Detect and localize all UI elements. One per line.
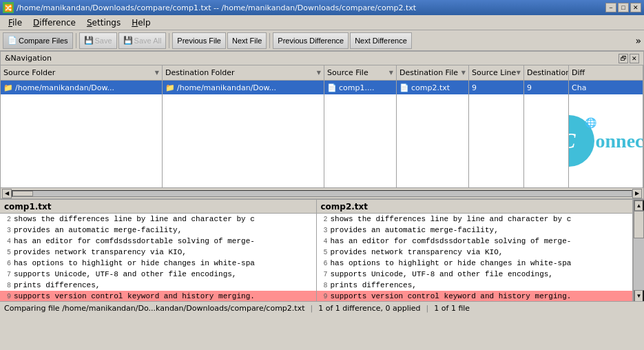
right-pane-header: comp2.txt [317, 200, 633, 214]
line-number: 5 [317, 249, 328, 256]
file-icon: 📄 [327, 83, 337, 92]
line-number: 6 [317, 260, 328, 267]
folder-icon: 📁 [3, 83, 13, 92]
line-content: has an editor for comfdsdssdortable solv… [331, 237, 572, 245]
next-diff-label: Next Difference [355, 37, 407, 45]
scroll-right-button[interactable]: ▶ [632, 189, 642, 198]
h-scrollbar[interactable]: ◀ ▶ [1, 187, 643, 198]
diff-line: 6has options to highlight or hide change… [317, 258, 633, 269]
nav-col-diff: Cha C 🌐 onnect [569, 81, 643, 187]
diff-line: 4has an editor for comfdsdssdortable sol… [317, 236, 633, 247]
save-all-label: Save All [134, 37, 162, 45]
line-number: 9 [0, 293, 11, 300]
nav-controls[interactable]: 🗗 ✕ [619, 54, 639, 63]
titlebar-left: 🔀 /home/manikandan/Downloads/compare/com… [3, 2, 416, 13]
nav-row-source-file[interactable]: 📄 comp1.... [324, 81, 396, 94]
diff-area: comp1.txt 2shows the differences line by… [0, 199, 644, 301]
col-dest-folder-label: Destination Folder [165, 68, 235, 77]
prev-file-button[interactable]: Previous File [172, 32, 226, 49]
line-number: 3 [0, 227, 11, 234]
nav-row-dest-line[interactable]: 9 [524, 81, 568, 94]
menu-settings[interactable]: Settings [81, 17, 126, 29]
prev-diff-label: Previous Difference [278, 37, 344, 45]
minimize-button[interactable]: − [605, 3, 616, 12]
close-button[interactable]: ✕ [630, 3, 641, 12]
line-content: prints differences, [331, 281, 417, 289]
scroll-thumb[interactable] [12, 191, 33, 196]
v-scroll-track[interactable] [634, 211, 644, 290]
nav-row-dest-file[interactable]: 📄 comp2.txt [397, 81, 468, 94]
v-scrollbar[interactable]: ▲ ▼ [633, 200, 644, 301]
v-scroll-thumb[interactable] [634, 211, 644, 238]
statusbar: Comparing file /home/manikandan/Do...kan… [0, 301, 644, 315]
col-source-file[interactable]: Source File ▼ [324, 65, 397, 80]
nav-panel: &Navigation 🗗 ✕ Source Folder ▼ Destinat… [0, 51, 644, 199]
menu-file[interactable]: File [3, 17, 28, 29]
col-source-folder-label: Source Folder [3, 68, 55, 77]
col-dest-folder-arrow: ▼ [317, 70, 321, 76]
scroll-left-button[interactable]: ◀ [2, 189, 12, 198]
nav-row-diff[interactable]: Cha [569, 81, 643, 94]
compare-files-button[interactable]: 📄 Compare Files [3, 32, 73, 49]
status-text-2: 1 of 1 difference, 0 applied [318, 304, 420, 313]
nav-close-button[interactable]: ✕ [630, 54, 639, 63]
toolbar-sep-1 [76, 33, 76, 48]
line-content: supports Unicode, UTF-8 and other file e… [14, 270, 236, 278]
line-number: 8 [317, 282, 328, 289]
line-number: 3 [317, 227, 328, 234]
file-icon-2: 📄 [399, 83, 409, 92]
diff-line: 5provides network transparency via KIO, [317, 247, 633, 258]
next-file-button[interactable]: Next File [227, 32, 267, 49]
source-folder-value: /home/manikandan/Dow... [15, 83, 114, 92]
menu-difference[interactable]: Difference [28, 17, 81, 29]
menu-help[interactable]: Help [126, 17, 156, 29]
status-text-1: Comparing file /home/manikandan/Do...kan… [4, 304, 304, 313]
prev-diff-button[interactable]: Previous Difference [273, 32, 349, 49]
col-dest-file[interactable]: Destination File ▼ [397, 65, 469, 80]
line-content: provides network transparency via KIO, [14, 248, 187, 256]
maximize-button[interactable]: □ [618, 3, 629, 12]
col-dest-line[interactable]: Destination L ▼ [524, 65, 569, 80]
nav-col-dest-folder: 📁 /home/manikandan/Dow... [163, 81, 324, 187]
toolbar-extra[interactable]: » [635, 35, 641, 46]
col-source-file-label: Source File [327, 68, 368, 77]
left-diff-pane: comp1.txt 2shows the differences line by… [0, 200, 317, 301]
col-source-line[interactable]: Source Line ▼ [469, 65, 524, 80]
watermark-text: onnect [596, 130, 643, 152]
dest-folder-value: /home/manikandan/Dow... [177, 83, 276, 92]
left-diff-lines: 2shows the differences line by line and … [0, 214, 316, 301]
diff-line: 8prints differences, [0, 280, 316, 291]
save-all-button[interactable]: 💾 Save All [118, 32, 167, 49]
nav-restore-button[interactable]: 🗗 [619, 54, 628, 63]
save-icon: 💾 [84, 36, 94, 45]
scroll-down-button[interactable]: ▼ [634, 290, 644, 301]
diff-line: 9supports version control keyword and hi… [0, 291, 316, 301]
diff-value: Cha [572, 83, 586, 92]
col-dest-folder[interactable]: Destination Folder ▼ [163, 65, 324, 80]
toolbar-sep-3 [269, 33, 270, 48]
line-content: provides an automatic merge-facility, [14, 226, 182, 234]
col-source-folder[interactable]: Source Folder ▼ [1, 65, 163, 80]
titlebar-controls[interactable]: − □ ✕ [605, 3, 641, 12]
diff-line: 9supports version control keyword and hi… [317, 291, 633, 301]
line-number: 4 [0, 238, 11, 245]
save-button[interactable]: 💾 Save [79, 32, 117, 49]
nav-col-source-line: 9 [469, 81, 524, 187]
app-icon: 🔀 [3, 2, 14, 13]
menubar: File Difference Settings Help [0, 15, 644, 30]
scroll-up-button[interactable]: ▲ [634, 200, 644, 211]
nav-row-dest-folder[interactable]: 📁 /home/manikandan/Dow... [163, 81, 324, 94]
nav-row-source-folder[interactable]: 📁 /home/manikandan/Dow... [1, 81, 162, 94]
compare-files-icon: 📄 [8, 36, 17, 45]
line-content: supports version control keyword and his… [331, 292, 572, 300]
scroll-track[interactable] [12, 190, 632, 197]
next-diff-button[interactable]: Next Difference [350, 32, 412, 49]
line-content: has an editor for comfdsdssdortable solv… [14, 237, 255, 245]
col-diff[interactable]: Diff [569, 65, 643, 80]
watermark: C 🌐 onnect .com [576, 115, 636, 167]
left-filename: comp1.txt [4, 202, 52, 212]
next-file-label: Next File [232, 37, 262, 45]
line-number: 9 [317, 293, 328, 300]
col-source-file-arrow: ▼ [389, 70, 393, 76]
nav-row-source-line[interactable]: 9 [469, 81, 523, 94]
